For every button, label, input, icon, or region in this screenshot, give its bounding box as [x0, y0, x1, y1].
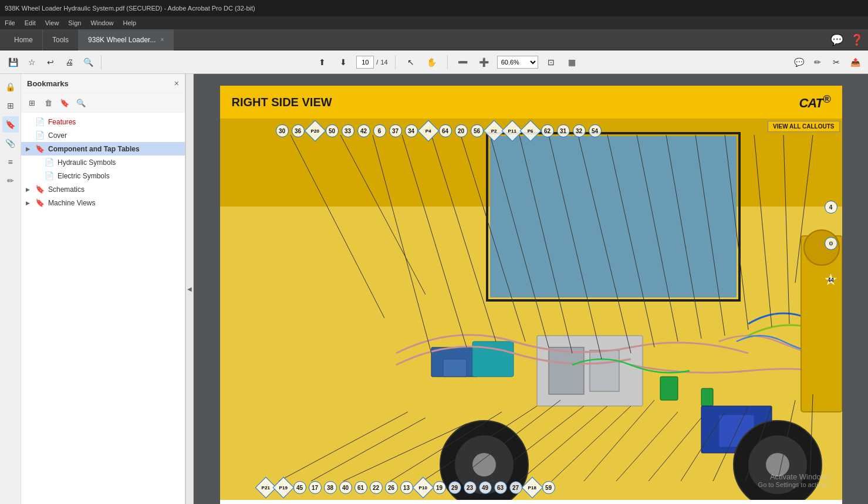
- zoom-in-button[interactable]: ➕: [476, 54, 492, 70]
- sidebar-bookmark-button[interactable]: 🔖: [58, 96, 72, 110]
- callout-p19[interactable]: P19: [272, 477, 294, 499]
- callout-19[interactable]: 19: [433, 481, 446, 494]
- hand-tool[interactable]: ✋: [424, 54, 440, 70]
- sidebar-options-button[interactable]: ⊞: [25, 96, 39, 110]
- thumbnail-icon[interactable]: ⊞: [2, 97, 19, 114]
- sidebar-delete-button[interactable]: 🗑: [41, 96, 55, 110]
- layers-icon[interactable]: ≡: [2, 154, 19, 170]
- marquee-zoom-button[interactable]: ▦: [564, 54, 580, 70]
- callout-27[interactable]: 27: [509, 481, 522, 494]
- callout-64[interactable]: 64: [439, 124, 452, 137]
- prev-page-button[interactable]: ⬆: [314, 54, 330, 70]
- pdf-area[interactable]: RIGHT SIDE VIEW CAT®: [194, 74, 868, 504]
- search-button[interactable]: 🔍: [80, 54, 96, 70]
- callout-22[interactable]: 22: [370, 481, 383, 494]
- sidebar-close-button[interactable]: ×: [174, 79, 179, 88]
- collapse-panel-handle[interactable]: ◀: [185, 74, 194, 504]
- cursor-tool[interactable]: ↖: [403, 54, 419, 70]
- callout-20[interactable]: 20: [455, 124, 468, 137]
- toolbar: 💾 ☆ ↩ 🖨 🔍 ⬆ ⬇ / 14 ↖ ✋ ➖ ➕ 50% 60.6% 75%…: [0, 50, 868, 74]
- zoom-select[interactable]: 50% 60.6% 75% 100%: [497, 56, 538, 69]
- tab-home[interactable]: Home: [5, 29, 43, 50]
- callout-56[interactable]: 56: [471, 124, 484, 137]
- next-page-button[interactable]: ⬇: [335, 54, 352, 70]
- callout-63[interactable]: 63: [494, 481, 507, 494]
- share-button[interactable]: 📤: [847, 54, 863, 70]
- menu-file[interactable]: File: [5, 19, 15, 26]
- bookmark-hydraulic-symbols[interactable]: 📄 Hydraulic Symbols: [21, 155, 185, 169]
- refresh-button[interactable]: ↩: [42, 54, 59, 70]
- menu-sign[interactable]: Sign: [68, 19, 81, 26]
- callout-34[interactable]: 34: [405, 124, 418, 137]
- callout-62[interactable]: 62: [541, 124, 554, 137]
- callout-p18[interactable]: P18: [521, 477, 543, 499]
- toolbar-center: ⬆ ⬇ / 14 ↖ ✋ ➖ ➕ 50% 60.6% 75% 100% ⊡ ▦: [106, 54, 788, 70]
- callout-6[interactable]: 6: [373, 124, 386, 137]
- top-callouts-row: 30 36 P20 50 33 42 6 37 34 P4 64 20 56 P…: [276, 123, 602, 138]
- menu-edit[interactable]: Edit: [25, 19, 36, 26]
- bookmark-machine-views[interactable]: ▶ 🔖 Machine Views: [21, 196, 185, 209]
- callout-32[interactable]: 32: [573, 124, 586, 137]
- callout-13[interactable]: 13: [400, 481, 413, 494]
- tools-icon[interactable]: ✏: [2, 172, 19, 189]
- menu-view[interactable]: View: [45, 19, 59, 26]
- bookmark-component-tap[interactable]: ▶ 🔖 Component and Tap Tables: [21, 142, 185, 155]
- callout-p20[interactable]: P20: [304, 120, 326, 142]
- callout-40[interactable]: 40: [339, 481, 352, 494]
- help-icon[interactable]: ❓: [850, 33, 863, 46]
- toolbar-right: 💬 ✏ ✂ 📤: [791, 54, 863, 70]
- view-all-callouts-button[interactable]: VIEW ALL CALLOUTS: [768, 121, 839, 132]
- cat-logo: CAT®: [799, 93, 830, 111]
- callout-36[interactable]: 36: [292, 124, 305, 137]
- callout-59[interactable]: 59: [542, 481, 555, 494]
- bookmark-schematics[interactable]: ▶ 🔖 Schematics: [21, 182, 185, 196]
- annotate-button[interactable]: ✏: [809, 54, 826, 70]
- lock-icon[interactable]: 🔒: [2, 79, 19, 95]
- bookmark-electric-symbols[interactable]: 📄 Electric Symbols: [21, 169, 185, 182]
- callout-23[interactable]: 23: [464, 481, 477, 494]
- tab-close-button[interactable]: ×: [160, 36, 164, 43]
- callout-54[interactable]: 54: [589, 124, 602, 137]
- svg-rect-13: [701, 388, 713, 406]
- draw-button[interactable]: ✂: [828, 54, 845, 70]
- callout-38[interactable]: 38: [324, 481, 337, 494]
- fit-page-button[interactable]: ⊡: [543, 54, 559, 70]
- callout-p6[interactable]: P6: [519, 120, 541, 142]
- save-button[interactable]: 💾: [5, 54, 21, 70]
- callout-37[interactable]: 37: [389, 124, 402, 137]
- callout-30[interactable]: 30: [276, 124, 289, 137]
- comment-button[interactable]: 💬: [791, 54, 807, 70]
- bookmark-icon[interactable]: 🔖: [2, 116, 19, 133]
- callout-31[interactable]: 31: [557, 124, 570, 137]
- tab-tools[interactable]: Tools: [43, 29, 79, 50]
- tab-document[interactable]: 938K Wheel Loader... ×: [79, 29, 174, 50]
- callout-33[interactable]: 33: [342, 124, 354, 137]
- callout-50[interactable]: 50: [326, 124, 339, 137]
- callout-26[interactable]: 26: [385, 481, 398, 494]
- print-button[interactable]: 🖨: [61, 54, 77, 70]
- menu-help[interactable]: Help: [123, 19, 137, 26]
- bookmark-cover[interactable]: 📄 Cover: [21, 128, 185, 142]
- callout-49[interactable]: 49: [479, 481, 492, 494]
- callout-p10[interactable]: P10: [412, 477, 434, 499]
- zoom-out-button[interactable]: ➖: [455, 54, 471, 70]
- callout-p4[interactable]: P4: [417, 120, 439, 142]
- sidebar-find-button[interactable]: 🔍: [74, 96, 88, 110]
- attachment-icon[interactable]: 📎: [2, 135, 19, 151]
- page-total: 14: [380, 59, 387, 66]
- callout-45[interactable]: 45: [293, 481, 306, 494]
- callout-1325[interactable]: ⊙: [825, 237, 837, 250]
- callout-29[interactable]: 29: [448, 481, 461, 494]
- bookmark-features[interactable]: 📄 Features: [21, 115, 185, 128]
- page-number-input[interactable]: [356, 56, 374, 69]
- callout-61[interactable]: 61: [354, 481, 367, 494]
- callout-4[interactable]: 4: [825, 201, 837, 214]
- callout-17[interactable]: 17: [309, 481, 322, 494]
- bookmark-add-button[interactable]: ☆: [23, 54, 40, 70]
- callout-44[interactable]: 44: [825, 273, 837, 286]
- svg-point-21: [766, 453, 789, 476]
- page-navigation: / 14: [356, 56, 387, 69]
- callout-42[interactable]: 42: [357, 124, 370, 137]
- menu-window[interactable]: Window: [90, 19, 113, 26]
- chat-icon[interactable]: 💬: [830, 33, 843, 46]
